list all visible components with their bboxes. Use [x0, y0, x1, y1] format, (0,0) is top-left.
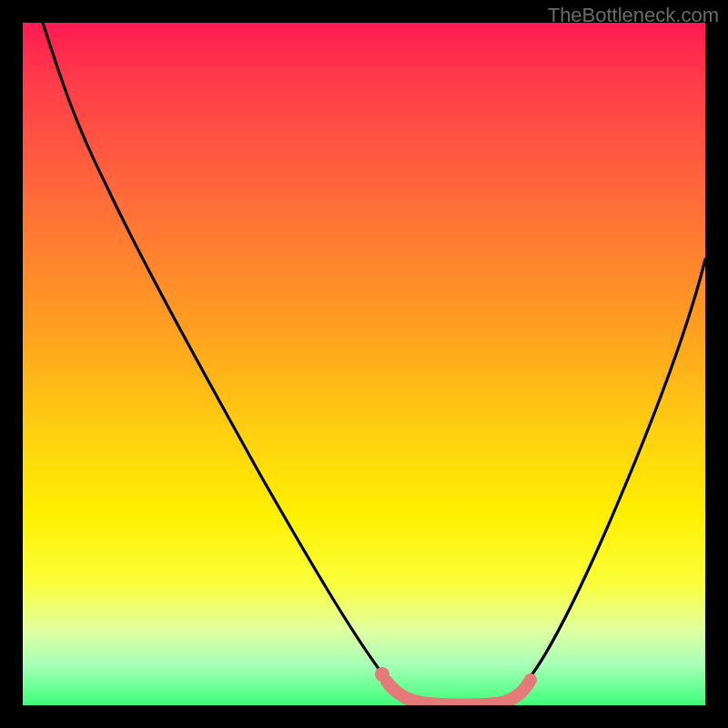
chart-container: TheBottleneck.com: [0, 0, 728, 728]
highlight-start-dot: [375, 667, 389, 682]
optimal-zone-highlight: [387, 680, 531, 705]
bottleneck-curve: [43, 23, 705, 704]
attribution-text: TheBottleneck.com: [548, 4, 719, 27]
chart-svg: [23, 23, 705, 705]
